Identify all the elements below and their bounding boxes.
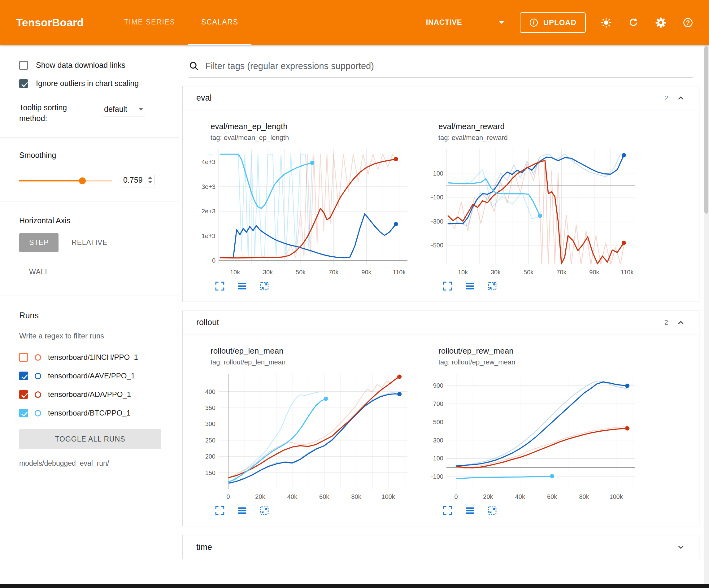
data-lines-icon[interactable] [465, 281, 476, 292]
help-icon[interactable]: ? [681, 16, 695, 29]
chart-toolbar [442, 281, 645, 292]
tag-filter-input[interactable] [205, 61, 692, 71]
settings-gear-icon[interactable] [654, 16, 667, 29]
toggle-all-runs-button[interactable]: TOGGLE ALL RUNS [19, 429, 161, 449]
svg-text:30k: 30k [263, 269, 273, 276]
upload-button[interactable]: i UPLOAD [520, 12, 586, 33]
refresh-icon[interactable] [627, 16, 640, 29]
chevron-up-icon[interactable] [676, 94, 685, 103]
tooltip-sorting-select[interactable]: default [103, 102, 145, 117]
runs-logdir-path: models/debugged_eval_run/ [19, 459, 170, 467]
info-icon: i [529, 18, 539, 27]
section-count: 2 [664, 318, 668, 327]
fit-data-icon[interactable] [487, 281, 498, 292]
chevron-down-icon[interactable] [676, 542, 685, 552]
line-chart-eval-mean-ep-length[interactable]: 10k30k50k70k90k110k01e+32e+33e+34e+3 [196, 145, 413, 278]
svg-text:-100: -100 [431, 473, 443, 480]
svg-text:110k: 110k [393, 269, 406, 276]
svg-text:50k: 50k [296, 269, 306, 276]
run-checkbox[interactable] [19, 409, 28, 417]
data-lines-icon[interactable] [237, 505, 248, 516]
line-chart-rollout-ep-rew-mean[interactable]: 020k40k60k80k100k-100100300500700900 [424, 369, 641, 503]
smoothing-slider[interactable] [19, 180, 112, 181]
svg-text:1e+3: 1e+3 [202, 233, 215, 239]
tooltip-sorting-label: Tooltip sorting method: [19, 102, 84, 124]
section-count: 2 [664, 94, 668, 102]
svg-text:4e+3: 4e+3 [202, 158, 215, 165]
svg-text:70k: 70k [556, 269, 567, 276]
axis-wall-button[interactable]: WALL [19, 262, 59, 281]
svg-text:20k: 20k [255, 493, 265, 500]
brightness-icon[interactable] [599, 16, 613, 29]
fullscreen-icon[interactable] [442, 281, 453, 292]
show-download-links-row: Show data download links [19, 61, 170, 70]
chart-title: eval/mean_ep_length [211, 122, 417, 131]
axis-step-button[interactable]: STEP [19, 233, 58, 252]
chart-title: rollout/ep_len_mean [211, 346, 417, 356]
section-eval-header[interactable]: eval 2 [183, 86, 699, 110]
run-checkbox[interactable] [19, 390, 28, 399]
run-checkbox[interactable] [19, 372, 28, 380]
fit-data-icon[interactable] [259, 281, 270, 292]
smoothing-slider-thumb[interactable] [79, 177, 86, 184]
scrollbar-thumb[interactable] [704, 47, 708, 214]
chart-toolbar [214, 281, 417, 292]
tooltip-sorting-row: Tooltip sorting method: default [19, 102, 170, 124]
status-dropdown[interactable]: INACTIVE [424, 15, 506, 30]
run-label: tensorboard/1INCH/PPO_1 [48, 353, 138, 362]
svg-text:400: 400 [205, 388, 215, 395]
chevron-down-icon [499, 21, 504, 24]
section-time-header[interactable]: time [183, 535, 699, 559]
svg-text:110k: 110k [621, 269, 634, 276]
data-lines-icon[interactable] [237, 281, 248, 292]
runs-title: Runs [19, 311, 170, 321]
chart-title: rollout/ep_rew_mean [439, 346, 645, 356]
fit-data-icon[interactable] [487, 505, 498, 516]
svg-text:40k: 40k [287, 493, 297, 500]
fullscreen-icon[interactable] [214, 505, 226, 516]
svg-text:-300: -300 [431, 218, 443, 225]
svg-text:250: 250 [205, 437, 215, 444]
svg-text:500: 500 [433, 419, 443, 426]
fit-data-icon[interactable] [259, 505, 270, 516]
chart-tag: tag: eval/mean_reward [439, 134, 645, 142]
data-lines-icon[interactable] [465, 505, 476, 516]
svg-text:90k: 90k [589, 269, 599, 276]
runs-filter-input[interactable] [19, 329, 159, 343]
fullscreen-icon[interactable] [442, 505, 453, 516]
run-color-swatch [35, 373, 41, 379]
step-up-icon[interactable] [148, 177, 152, 179]
app-title: TensorBoard [16, 17, 84, 29]
svg-text:3e+3: 3e+3 [202, 183, 215, 190]
tab-time-series[interactable]: TIME SERIES [111, 0, 188, 45]
chart-card: rollout/ep_len_mean tag: rollout/ep_len_… [196, 346, 417, 516]
horizontal-axis-buttons: STEP RELATIVE WALL [19, 233, 149, 281]
smoothing-stepper[interactable] [146, 175, 155, 185]
section-rollout-header[interactable]: rollout 2 [183, 311, 699, 334]
svg-text:200: 200 [205, 453, 215, 460]
search-icon [188, 61, 199, 71]
svg-text:0: 0 [212, 257, 215, 264]
run-label: tensorboard/AAVE/PPO_1 [48, 372, 135, 380]
step-down-icon[interactable] [148, 181, 152, 183]
svg-text:-500: -500 [431, 242, 443, 249]
line-chart-eval-mean-reward[interactable]: 10k30k50k70k90k110k100-100-300-500 [424, 145, 641, 278]
tag-filter-row [188, 61, 692, 77]
line-chart-rollout-ep-len-mean[interactable]: 020k40k60k80k100k150200250300350400 [196, 369, 413, 503]
svg-text:60k: 60k [547, 493, 557, 500]
ignore-outliers-checkbox[interactable] [19, 79, 28, 88]
run-label: tensorboard/ADA/PPO_1 [48, 390, 131, 399]
section-eval-body: eval/mean_ep_length tag: eval/mean_ep_le… [183, 110, 699, 302]
smoothing-value-field[interactable]: 0.759 [121, 173, 155, 188]
fullscreen-icon[interactable] [214, 281, 226, 292]
chevron-up-icon[interactable] [676, 318, 685, 327]
svg-text:100k: 100k [609, 493, 623, 500]
section-rollout-body: rollout/ep_len_mean tag: rollout/ep_len_… [183, 334, 699, 526]
tab-scalars[interactable]: SCALARS [188, 0, 252, 45]
show-download-links-checkbox[interactable] [19, 61, 28, 70]
svg-text:700: 700 [433, 400, 443, 407]
svg-text:300: 300 [433, 437, 443, 444]
scrollbar-track[interactable] [704, 45, 709, 584]
axis-relative-button[interactable]: RELATIVE [61, 233, 117, 252]
run-checkbox[interactable] [19, 353, 28, 362]
